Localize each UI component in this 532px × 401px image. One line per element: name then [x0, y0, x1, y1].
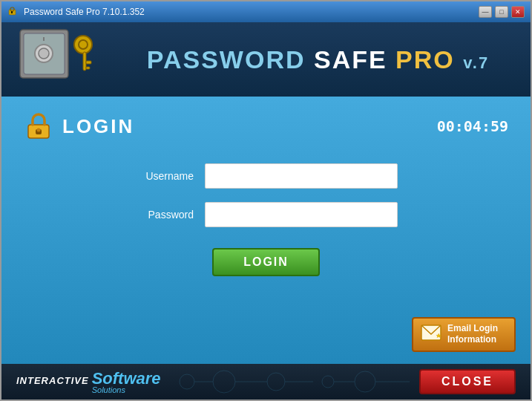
svg-rect-12: [86, 67, 90, 69]
username-row: Username: [134, 163, 398, 189]
email-svg: [421, 325, 441, 341]
svg-point-15: [37, 128, 41, 132]
login-section: LOGIN 00:04:59 Username Password LOGIN: [1, 97, 531, 364]
app-icon: [7, 6, 19, 18]
email-icon: [421, 325, 441, 344]
svg-rect-10: [83, 52, 86, 71]
window-close-button[interactable]: ✕: [511, 6, 525, 18]
login-title-text: LOGIN: [62, 115, 134, 138]
header-graphic: [16, 26, 105, 93]
title-safe-word: SAFE: [314, 45, 387, 74]
title-bar: Password Safe Pro 7.10.1.352 — □ ✕: [1, 1, 531, 22]
svg-rect-2: [11, 11, 13, 13]
lock-icon: [24, 111, 53, 141]
app-window: Password Safe Pro 7.10.1.352 — □ ✕: [0, 0, 532, 401]
svg-point-24: [322, 376, 334, 388]
login-header: LOGIN 00:04:59: [24, 111, 508, 141]
lock-svg: [24, 111, 53, 141]
window-controls: — □ ✕: [479, 6, 525, 18]
footer-brand-col: Software Solutions: [92, 369, 161, 394]
password-input[interactable]: [205, 202, 398, 227]
email-login-info-button[interactable]: Email Login Information: [412, 317, 516, 352]
password-label: Password: [134, 209, 194, 221]
svg-point-6: [39, 48, 49, 59]
svg-point-25: [355, 371, 375, 392]
app-header: PASSWORD SAFE PRO v.7: [1, 22, 531, 97]
login-form: Username Password LOGIN: [24, 163, 508, 276]
minimize-button[interactable]: —: [479, 6, 492, 18]
key-safe-icon: [16, 26, 98, 85]
circuit-graphic: [165, 364, 424, 400]
title-v: v.7: [463, 53, 489, 72]
svg-point-18: [180, 374, 194, 389]
title-password: PASSWORD: [147, 45, 306, 74]
login-title-row: LOGIN: [24, 111, 134, 141]
username-input[interactable]: [205, 163, 398, 189]
footer-interactive: INTERACTIVE: [16, 375, 89, 386]
username-label: Username: [134, 170, 194, 182]
email-line1: Email Login: [447, 323, 498, 333]
email-info-text: Email Login Information: [447, 323, 498, 346]
svg-rect-11: [86, 61, 91, 64]
app-title: PASSWORD SAFE PRO v.7: [120, 45, 516, 74]
maximize-button[interactable]: □: [495, 6, 508, 18]
password-row: Password: [134, 202, 398, 227]
email-line2: Information: [447, 334, 496, 345]
svg-point-8: [74, 36, 92, 53]
app-footer: INTERACTIVE Software Solutions CLOSE: [1, 364, 531, 400]
close-button[interactable]: CLOSE: [419, 369, 516, 394]
svg-point-20: [267, 373, 285, 391]
session-timer: 00:04:59: [437, 117, 508, 135]
brand-area: INTERACTIVE Software Solutions: [16, 369, 161, 394]
title-pro: PRO: [395, 45, 455, 74]
login-button[interactable]: LOGIN: [212, 248, 320, 276]
footer-solutions: Solutions: [92, 385, 161, 394]
footer-bg-graphic: [165, 364, 434, 400]
svg-point-19: [213, 371, 235, 393]
window-title: Password Safe Pro 7.10.1.352: [24, 7, 479, 17]
